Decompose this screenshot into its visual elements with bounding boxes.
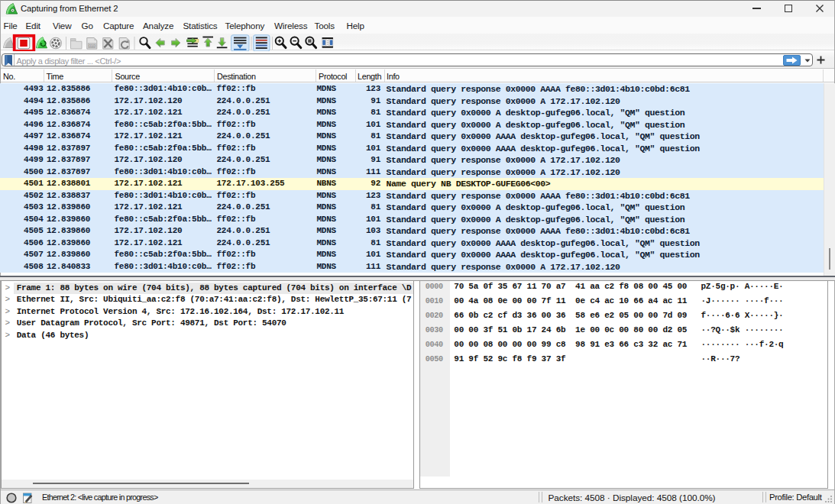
svg-text:010: 010 bbox=[89, 44, 95, 48]
